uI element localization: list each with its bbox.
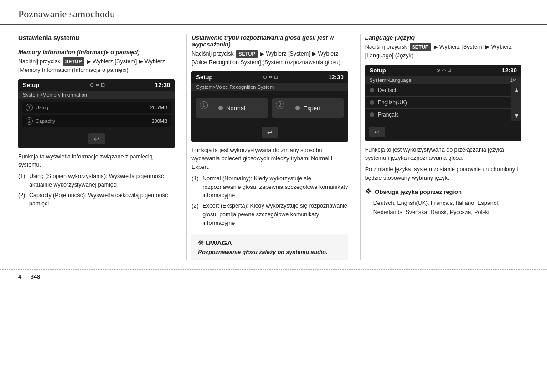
arrow-col3: ▶ — [434, 44, 439, 50]
asterisk-icon: ❖ — [365, 188, 372, 195]
vr-option-expert[interactable]: 2 Expert — [272, 98, 344, 118]
opt-label-normal: Normal — [226, 105, 245, 112]
lang-screen-footer: ↩ — [365, 121, 521, 141]
divider-2 — [360, 34, 361, 260]
breadcrumb-text-col3: System>Language — [370, 77, 412, 83]
lang-screen-body: Deutsch English(UK) Français — [365, 84, 521, 121]
section-title-vr: Ustawienie trybu rozpoznawania głosu (je… — [191, 34, 348, 48]
lang-name-english: English(UK) — [378, 99, 407, 106]
col2-instruction: Naciśnij przycisk SETUP ▶ Wybierz [Syste… — [191, 50, 348, 67]
mem-row-capacity-value: 200MB — [151, 118, 167, 124]
lang-item-deutsch[interactable]: Deutsch — [365, 84, 511, 97]
setup-badge-col2: SETUP — [236, 50, 258, 58]
page-title: Poznawanie samochodu — [18, 8, 529, 24]
screen-header-col2: Setup ⊙ ⇔ ⊡ 12:30 — [191, 71, 348, 83]
screen-time-col2: 12:30 — [328, 74, 343, 81]
screen-body-col2: 1 Normal 2 Expert ↩ — [191, 91, 348, 142]
lang-dot-deutsch — [370, 88, 374, 92]
back-button-col2[interactable]: ↩ — [262, 127, 278, 138]
lang-dot-francais — [370, 112, 374, 117]
screen-title-col1: Setup — [23, 81, 39, 88]
screen-breadcrumb-col2: System>Voice Recognition System — [191, 83, 348, 91]
note-box: ❊ UWAGA Rozpoznawanie głosu zależy od sy… — [191, 234, 348, 260]
arrow-col2: ▶ — [260, 51, 265, 56]
col-voice-recognition: Ustawienie trybu rozpoznawania głosu (je… — [191, 34, 355, 260]
vr-screen: Setup ⊙ ⇔ ⊡ 12:30 System>Voice Recogniti… — [191, 71, 348, 142]
list-item-normal: (1) Normal (Normalny): Kiedy wykorzystuj… — [191, 174, 348, 200]
col3-desc1: Funkcja to jest wykorzystywana do przełą… — [365, 146, 521, 163]
opt-num-1: 1 — [200, 101, 208, 109]
scroll-down-arrow[interactable]: ▼ — [513, 112, 520, 119]
note-text: Rozpoznawanie głosu zależy od systemu au… — [198, 249, 341, 255]
opt-label-expert: Expert — [303, 105, 320, 112]
screen-icons-col1: ⊙ ⇔ ⊡ — [90, 82, 105, 88]
list-item-expert: (2) Expert (Eksperta): Kiedy wykorzystuj… — [191, 202, 348, 227]
col3-desc2: Po zmianie języka, system zostanie ponow… — [365, 165, 521, 183]
mem-row-capacity: 2 Capacity 200MB — [22, 115, 171, 127]
col-memory-info: Ustawienia systemu Memory Information (I… — [18, 34, 182, 260]
screen-body-col1: 1 Using 28.7MB 2 Capacity 200MB ↩ — [18, 99, 175, 148]
screen-icons-col3: ⊙ ⇔ ⊡ — [436, 67, 451, 73]
lang-list: Deutsch English(UK) Français — [365, 84, 511, 121]
mem-row-capacity-label: 2 Capacity — [26, 117, 55, 125]
arrow-col1: ▶ — [87, 59, 92, 64]
mem-row-using-label: 1 Using — [26, 104, 48, 111]
scroll-arrows: ▲ ▼ — [511, 84, 521, 121]
back-button-col3[interactable]: ↩ — [369, 127, 385, 137]
list-item-capacity: (2) Capacity (Pojemność): Wyświetla całk… — [18, 191, 175, 209]
subsection-title-memory: Memory Information (Informacje o pamięci… — [18, 49, 175, 56]
mem-row-using-value: 28.7MB — [150, 105, 167, 110]
section-title-lang: Language (Język) — [365, 34, 521, 41]
col3-instr-text: Naciśnij przycisk — [365, 44, 409, 50]
mem-row-using: 1 Using 28.7MB — [22, 102, 171, 113]
screen-body-col3: Deutsch English(UK) Français — [365, 84, 521, 141]
opt-dot-normal — [218, 106, 223, 110]
list-item-capacity-text: Capacity (Pojemność): Wyświetla całkowit… — [29, 191, 175, 209]
note-title: ❊ UWAGA — [198, 239, 341, 247]
page-number: 4 — [18, 273, 21, 280]
list-item-normal-text: Normal (Normalny): Kiedy wykorzystuje si… — [202, 174, 348, 200]
divider-1 — [186, 34, 187, 260]
page-wrapper: Poznawanie samochodu Ustawienia systemu … — [0, 0, 547, 284]
page-header: Poznawanie samochodu — [0, 0, 547, 25]
lang-screen: Setup ⊙ ⇔ ⊡ 12:30 System>Language 1/4 De… — [365, 65, 521, 141]
opt-num-2: 2 — [276, 101, 284, 109]
content-area: Ustawienia systemu Memory Information (I… — [0, 25, 547, 260]
col1-instr-text: Naciśnij przycisk — [18, 58, 62, 65]
setup-badge-col1: SETUP — [63, 57, 84, 66]
col-language: Language (Język) Naciśnij przycisk SETUP… — [365, 34, 529, 260]
section-title-system-settings: Ustawienia systemu — [18, 34, 175, 41]
col1-desc: Funkcja ta wyświetla informacje związane… — [18, 153, 175, 170]
special-note-title: Obsługa języka poprzez region — [375, 188, 462, 195]
back-button-col1[interactable]: ↩ — [88, 133, 105, 144]
screen-header-col1: Setup ⊙ ⇔ ⊡ 12:30 — [18, 79, 175, 91]
memory-screen: Setup ⊙ ⇔ ⊡ 12:30 System>Memory Informat… — [18, 79, 175, 148]
lang-list-text: Deutsch, English(UK), Français, Italiano… — [373, 199, 521, 217]
special-note: ❖ Obsługa języka poprzez region — [365, 187, 521, 196]
vr-option-normal[interactable]: 1 Normal — [196, 98, 268, 118]
screen-header-col3: Setup ⊙ ⇔ ⊡ 12:30 — [365, 65, 521, 76]
scroll-up-arrow[interactable]: ▲ — [513, 86, 520, 93]
lang-name-deutsch: Deutsch — [378, 87, 398, 93]
page-separator: | — [25, 273, 26, 280]
vr-options: 1 Normal 2 Expert — [195, 94, 344, 122]
screen-time-col1: 12:30 — [155, 81, 170, 88]
col2-desc: Funkcja ta jest wykorzystywana do zmiany… — [191, 146, 348, 172]
col1-instruction: Naciśnij przycisk SETUP ▶ Wybierz [Syste… — [18, 57, 175, 75]
setup-badge-col3: SETUP — [410, 43, 431, 51]
screen-breadcrumb-col1: System>Memory Information — [18, 91, 175, 99]
list-item-using-text: Using (Stopień wykorzystania): Wyświetla… — [29, 172, 175, 189]
screen-time-col3: 12:30 — [502, 67, 517, 74]
col2-instr-text: Naciśnij przycisk — [191, 51, 235, 57]
opt-dot-expert — [295, 106, 300, 110]
page-total: 348 — [31, 273, 41, 280]
col2-list: (1) Normal (Normalny): Kiedy wykorzystuj… — [191, 174, 348, 228]
col1-list: (1) Using (Stopień wykorzystania): Wyświ… — [18, 172, 175, 208]
lang-item-francais[interactable]: Français — [365, 109, 511, 121]
screen-icons-col2: ⊙ ⇔ ⊡ — [263, 74, 278, 80]
lang-dot-english — [370, 100, 374, 105]
page-footer: 4 | 348 — [0, 269, 547, 284]
lang-item-english[interactable]: English(UK) — [365, 97, 511, 109]
pager-col3: 1/4 — [510, 77, 517, 83]
col3-instruction: Naciśnij przycisk SETUP ▶ Wybierz [Syste… — [365, 43, 521, 60]
